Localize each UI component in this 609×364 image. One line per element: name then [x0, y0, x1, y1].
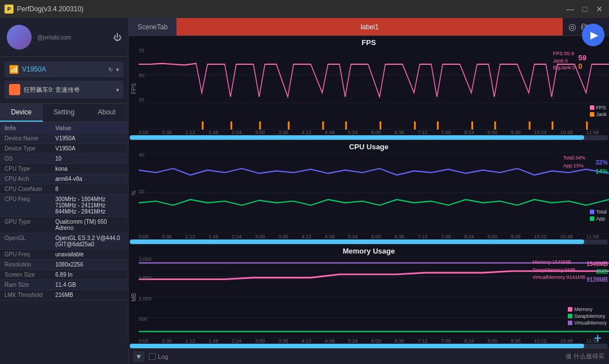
info-key: OS — [5, 156, 55, 162]
memory-title: Memory Usage — [129, 245, 609, 256]
fps-svg-wrapper: FPS:55.9Jank:0BigJank:0 59 0 FPS Jank 75… — [139, 48, 609, 130]
table-row: Ram Size11.4 GB — [0, 280, 128, 290]
info-key: CPU Arch — [5, 176, 55, 182]
info-value: 6.89 In — [55, 272, 123, 278]
maximize-button[interactable]: □ — [580, 4, 590, 14]
svg-rect-13 — [437, 122, 439, 130]
info-value: 1080x2256 — [55, 261, 123, 268]
info-header: Info Value — [0, 122, 128, 134]
play-button[interactable]: ▶ — [582, 24, 604, 46]
cpu-scrollbar[interactable] — [130, 239, 608, 244]
table-row: GPU TypeQualcomm (TM) 650 Adreno — [0, 217, 128, 233]
cpu-y-label: % — [129, 152, 139, 234]
add-chart-button[interactable]: + — [590, 330, 606, 346]
table-row: Device NameV1950A — [0, 134, 128, 144]
game-name: 狂野飙车9: 竞速传奇 — [24, 86, 113, 94]
device-selector: 📶 V1950A ↻ ▾ 狂野飙车9: 竞速传奇 ▾ — [0, 57, 128, 104]
cpu-title: CPU Usage — [129, 140, 609, 152]
memory-scrollbar[interactable] — [130, 344, 608, 348]
svg-rect-14 — [471, 122, 473, 130]
device-name: V1950A — [22, 65, 105, 73]
label-tab[interactable]: label1 — [176, 18, 563, 35]
info-key: Ram Size — [5, 282, 55, 288]
location-icon[interactable]: ◎ — [568, 21, 576, 32]
memory-scrollbar-thumb — [130, 344, 584, 348]
info-value: 8 — [55, 186, 123, 192]
fps-scrollbar[interactable] — [130, 135, 608, 140]
info-key: GPU Freq — [5, 251, 55, 258]
memory-value1: 1549MB — [586, 261, 608, 267]
memory-overlay: Memory:1549MBSwapMemory:6MBVirtualMemory… — [532, 259, 585, 282]
game-icon — [9, 84, 20, 95]
fps-svg — [139, 48, 609, 130]
refresh-icon[interactable]: ↻ — [108, 66, 113, 73]
fps-title: FPS — [129, 36, 609, 48]
info-rows: Device NameV1950ADevice TypeV1950AOS10CP… — [0, 134, 128, 300]
scene-tab[interactable]: SceneTab — [129, 18, 176, 35]
table-row: Resolution1080x2256 — [0, 260, 128, 270]
profile-email: @jvniubi.com — [37, 34, 108, 41]
tab-device[interactable]: Device — [0, 104, 43, 122]
table-row: OS10 — [0, 154, 128, 164]
top-bar: SceneTab label1 ◎ 🗁 ☁ ▶ — [129, 18, 609, 36]
info-value: 300MHz - 1804MHz 710MHz - 2411MHz 844MHz… — [55, 196, 123, 215]
table-row: Device TypeV1950A — [0, 144, 128, 154]
svg-rect-7 — [259, 122, 261, 130]
table-row: CPU Typekona — [0, 164, 128, 174]
memory-value2: 6MB — [596, 269, 608, 275]
svg-rect-6 — [231, 122, 232, 130]
charts-area: FPS FPS — [129, 36, 609, 348]
memory-svg-wrapper: Memory:1549MBSwapMemory:6MBVirtualMemory… — [139, 256, 609, 338]
top-bar-right: ◎ 🗁 ☁ ▶ — [563, 21, 609, 32]
device-dropdown-icon[interactable]: ▾ — [116, 66, 119, 73]
info-key: Screen Size — [5, 272, 55, 278]
wifi-icon: 📶 — [9, 65, 19, 74]
fps-overlay: FPS:55.9Jank:0BigJank:0 — [553, 50, 575, 72]
cpu-svg — [139, 152, 609, 234]
memory-x-ticks: 0:000:361:121:482:243:003:364:124:485:24… — [129, 338, 609, 344]
profile-area: @jvniubi.com ⏻ — [0, 18, 128, 57]
log-label: Log — [158, 353, 168, 360]
table-row: GPU Frequnavailable — [0, 250, 128, 260]
memory-area: MB — [129, 256, 609, 338]
table-row: CPU CoreNum8 — [0, 184, 128, 194]
game-dropdown-icon[interactable]: ▾ — [116, 87, 119, 93]
game-selector[interactable]: 狂野飙车9: 竞速传奇 ▾ — [5, 81, 123, 99]
fps-x-ticks: 0:000:361:121:482:243:003:364:124:485:24… — [129, 130, 609, 135]
info-value: unavailable — [55, 251, 123, 258]
fps-scrollbar-thumb — [130, 135, 584, 140]
app-title: PerfDog(v3.4.200310) — [17, 5, 83, 13]
cpu-x-ticks: 0:000:361:121:482:243:003:364:124:485:24… — [129, 234, 609, 239]
scroll-down-button[interactable]: ▼ — [133, 351, 144, 362]
fps-y-label: FPS — [129, 48, 139, 130]
tab-about[interactable]: About — [85, 104, 128, 122]
device-row[interactable]: 📶 V1950A ↻ ▾ — [5, 61, 123, 77]
info-value: arm64-v8a — [55, 176, 123, 182]
table-row: CPU Freq300MHz - 1804MHz 710MHz - 2411MH… — [0, 194, 128, 217]
power-button[interactable]: ⏻ — [113, 33, 121, 42]
info-col-info: Info — [5, 125, 55, 131]
memory-legend: Memory SwapMemory VirtualMemory — [568, 307, 607, 327]
sidebar: @jvniubi.com ⏻ 📶 V1950A ↻ ▾ 狂野飙车9: 竞速传奇 … — [0, 18, 129, 364]
fps-value-right: 59 0 — [579, 54, 586, 70]
minimize-button[interactable]: — — [565, 4, 575, 14]
info-key: CPU CoreNum — [5, 186, 55, 192]
title-bar: P PerfDog(v3.4.200310) — □ ✕ — [0, 0, 609, 18]
info-key: CPU Type — [5, 166, 55, 172]
table-row: Screen Size6.89 In — [0, 270, 128, 280]
cpu-overlay: Total:34%App:15% — [563, 154, 585, 170]
title-bar-left: P PerfDog(v3.4.200310) — [5, 5, 83, 14]
info-key: Device Name — [5, 135, 55, 141]
close-button[interactable]: ✕ — [594, 4, 604, 14]
cpu-legend: Total App — [590, 209, 607, 223]
tab-setting[interactable]: Setting — [43, 104, 86, 122]
memory-y-label: MB — [129, 256, 139, 338]
fps-chart: FPS FPS — [129, 36, 609, 140]
cpu-value2: 14% — [595, 168, 608, 175]
bottom-bar: ▼ Log 值 什么值得买 — [129, 348, 609, 364]
avatar — [7, 25, 32, 50]
sidebar-tabs: Device Setting About — [0, 104, 128, 122]
info-key: Device Type — [5, 145, 55, 152]
svg-rect-5 — [202, 122, 204, 130]
log-checkbox[interactable] — [149, 353, 156, 360]
